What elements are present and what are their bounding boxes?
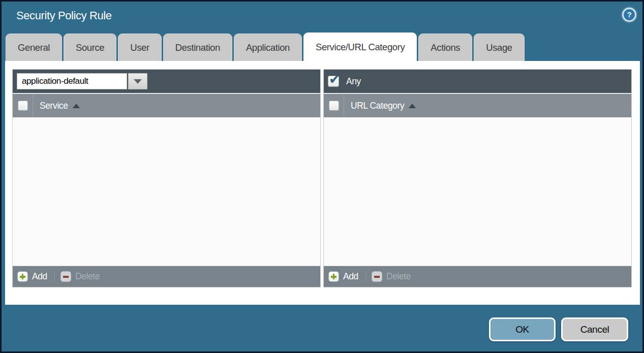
sort-asc-icon [409, 104, 416, 108]
tab-label: Destination [175, 42, 220, 53]
service-panel: application-default ✔ Service [12, 69, 321, 287]
url-category-panel: ✔ Any ✔ URL Category Add [323, 69, 632, 287]
tab-destination[interactable]: Destination [163, 34, 232, 61]
ok-button[interactable]: OK [489, 317, 556, 341]
tab-label: Source [76, 42, 104, 53]
service-panel-toolbar: application-default [13, 70, 320, 93]
tab-user[interactable]: User [118, 34, 161, 61]
service-type-dropdown[interactable]: application-default [17, 73, 147, 89]
url-panel-footer: Add Delete [324, 266, 631, 287]
security-policy-rule-dialog: Security Policy Rule ? GeneralSourceUser… [0, 0, 644, 353]
service-add-button[interactable]: Add [17, 271, 47, 282]
service-select-all-cell: ✔ [13, 94, 33, 117]
delete-button-label: Delete [75, 271, 100, 282]
url-select-all-cell: ✔ [324, 94, 344, 117]
service-panel-footer: Add Delete [13, 266, 320, 287]
service-column-header[interactable]: Service [33, 94, 80, 117]
delete-icon [372, 271, 382, 282]
service-delete-button[interactable]: Delete [60, 271, 100, 282]
url-column-label: URL Category [351, 101, 404, 111]
url-delete-button[interactable]: Delete [372, 271, 411, 282]
checkmark-icon: ✔ [329, 72, 340, 87]
delete-button-label: Delete [386, 271, 411, 282]
delete-icon [60, 271, 71, 282]
service-table-header: ✔ Service [13, 93, 320, 117]
tab-label: Usage [486, 42, 512, 53]
service-select-all-checkbox[interactable]: ✔ [18, 101, 28, 111]
service-list[interactable] [13, 117, 320, 266]
dropdown-arrow-icon [134, 79, 142, 84]
footer-divider [365, 271, 366, 282]
tab-label: Application [246, 42, 290, 53]
cancel-button[interactable]: Cancel [561, 317, 628, 341]
service-type-dropdown-value[interactable]: application-default [17, 73, 127, 89]
tab-general[interactable]: General [6, 34, 62, 61]
tab-label: Service/URL Category [316, 42, 405, 53]
help-icon[interactable]: ? [622, 8, 636, 22]
url-category-list[interactable] [324, 117, 631, 266]
url-panel-toolbar: ✔ Any [324, 70, 631, 93]
sort-asc-icon [73, 104, 80, 108]
url-column-header[interactable]: URL Category [344, 94, 416, 117]
tab-application[interactable]: Application [234, 34, 302, 61]
url-add-button[interactable]: Add [328, 271, 358, 282]
add-icon [17, 271, 28, 282]
tab-label: User [130, 42, 149, 53]
url-table-header: ✔ URL Category [324, 93, 631, 117]
tab-source[interactable]: Source [64, 34, 116, 61]
any-label: Any [346, 76, 361, 87]
tab-label: General [18, 42, 50, 53]
tab-bar: GeneralSourceUserDestinationApplicationS… [6, 33, 525, 61]
url-select-all-checkbox[interactable]: ✔ [329, 101, 339, 111]
any-checkbox[interactable]: ✔ [328, 76, 339, 87]
footer-divider [54, 271, 55, 282]
tab-usage[interactable]: Usage [474, 34, 524, 61]
tab-service-url-category[interactable]: Service/URL Category [303, 33, 417, 61]
service-column-label: Service [40, 101, 68, 111]
tab-actions[interactable]: Actions [418, 34, 472, 61]
add-icon [328, 271, 339, 282]
dialog-title: Security Policy Rule [16, 9, 112, 22]
dropdown-arrow-button[interactable] [128, 73, 147, 89]
add-button-label: Add [32, 271, 47, 282]
tab-content: application-default ✔ Service [5, 61, 640, 305]
tab-label: Actions [431, 42, 460, 53]
add-button-label: Add [343, 271, 358, 282]
